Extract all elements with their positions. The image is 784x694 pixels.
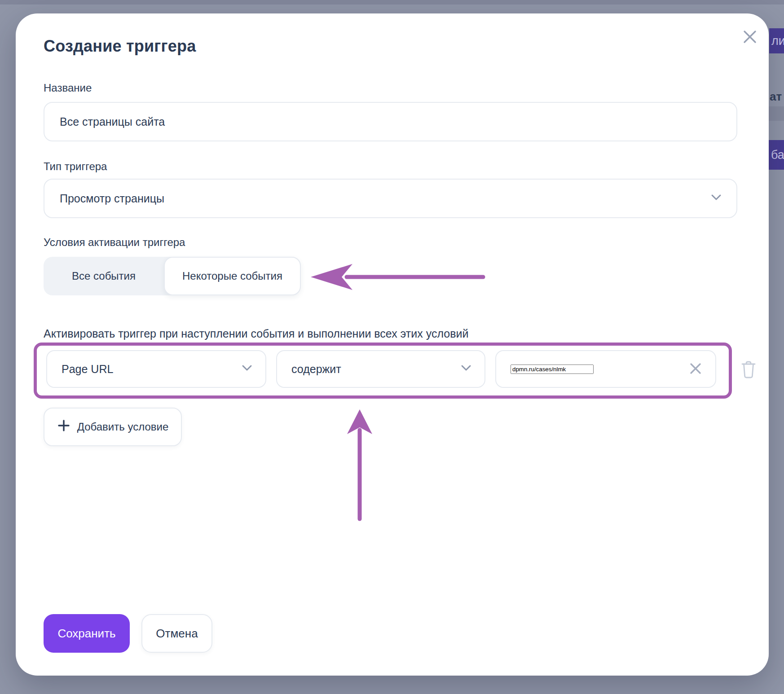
- arrow-left-annotation: [310, 263, 487, 291]
- condition-parameter-select[interactable]: Page URL: [46, 350, 266, 388]
- backdrop-top-band: [0, 0, 784, 4]
- add-condition-label: Добавить условие: [77, 421, 169, 433]
- background-badge-top-label: лип: [771, 34, 784, 48]
- conditions-label: Активировать триггер при наступлении соб…: [44, 327, 468, 340]
- modal-title: Создание триггера: [44, 37, 196, 56]
- background-badge-bottom: ба: [769, 140, 784, 170]
- save-button[interactable]: Сохранить: [44, 614, 130, 653]
- segment-all-events[interactable]: Все события: [44, 257, 164, 295]
- delete-condition-button[interactable]: [739, 359, 758, 381]
- chevron-down-icon: [709, 190, 723, 206]
- background-badge-top: лип: [769, 28, 784, 53]
- add-condition-button[interactable]: Добавить условие: [44, 408, 182, 446]
- name-field-label: Название: [44, 82, 92, 94]
- name-input[interactable]: [60, 115, 723, 128]
- type-field-label: Тип триггера: [44, 160, 107, 173]
- trigger-type-select[interactable]: Просмотр страницы: [44, 179, 737, 218]
- condition-operator-value: содержит: [291, 363, 341, 376]
- condition-operator-select[interactable]: содержит: [276, 350, 485, 388]
- arrow-up-annotation: [346, 408, 374, 522]
- background-gray-block: [769, 106, 784, 121]
- chevron-down-icon: [459, 361, 473, 377]
- background-text-fragment: ат: [770, 90, 784, 104]
- activation-label: Условия активации триггера: [44, 236, 185, 249]
- plus-icon: [57, 419, 70, 435]
- condition-value-field: [495, 350, 716, 388]
- chevron-down-icon: [240, 361, 254, 377]
- condition-parameter-value: Page URL: [62, 363, 113, 376]
- close-button[interactable]: [740, 27, 760, 47]
- name-field: [44, 102, 737, 141]
- close-icon: [741, 28, 758, 47]
- condition-value-input[interactable]: [511, 365, 594, 374]
- create-trigger-modal: Создание триггера Название Тип триггера …: [16, 13, 769, 676]
- cancel-button[interactable]: Отмена: [141, 614, 212, 653]
- clear-icon: [688, 361, 703, 378]
- segment-some-events[interactable]: Некоторые события: [164, 257, 301, 295]
- page-backdrop: лип ат ба Создание триггера Название Тип…: [0, 0, 784, 694]
- trash-icon: [740, 360, 757, 381]
- clear-value-button[interactable]: [687, 361, 704, 377]
- activation-segmented-control: Все события Некоторые события: [44, 257, 301, 295]
- background-badge-bottom-label: ба: [771, 148, 784, 162]
- trigger-type-value: Просмотр страницы: [60, 192, 164, 205]
